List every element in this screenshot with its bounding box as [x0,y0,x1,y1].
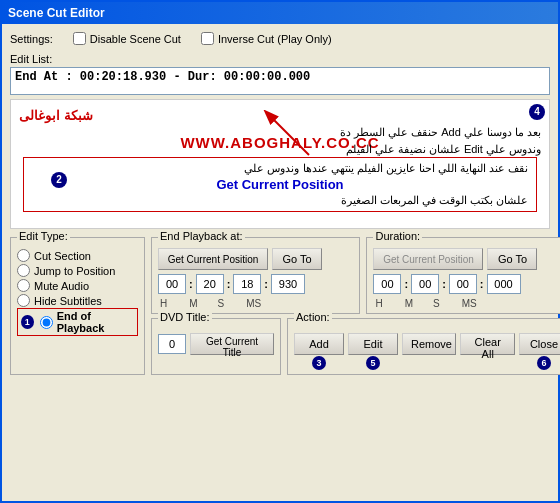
edit-list-box: End At : 00:20:18.930 - Dur: 00:00:00.00… [10,67,550,95]
end-playback-ms-label: MS [246,298,261,309]
duration-h-label: H [375,298,382,309]
end-playback-get-current-btn[interactable]: Get Current Position [158,248,268,270]
duration-ms-field[interactable] [487,274,521,294]
inverse-cut-checkbox[interactable] [201,32,214,45]
edit-list-content: End At : 00:20:18.930 - Dur: 00:00:00.00… [15,70,310,84]
svg-line-0 [269,115,309,155]
duration-get-current-btn[interactable]: Get Current Position [373,248,483,270]
dvd-title-value[interactable] [158,334,186,354]
radio-hide-subtitles[interactable]: Hide Subtitles [17,293,138,308]
duration-s-field[interactable] [449,274,477,294]
badge-6: 6 [537,356,551,370]
end-playback-h-field[interactable] [158,274,186,294]
clear-all-btn[interactable]: Clear All [460,333,514,355]
get-current-arabic2: علشان بكتب الوقت في المربعات الصغيرة [32,194,528,207]
radio-end-of-playback[interactable]: 1 End of Playback [17,308,138,336]
disable-scene-cut-checkbox[interactable] [73,32,86,45]
end-playback-go-to-btn[interactable]: Go To [272,248,322,270]
window-title: Scene Cut Editor [8,6,105,20]
arrow-text-line1: بعد ما دوسنا علي Add حنقف علي السطر دة [340,124,541,141]
arrow-text-line2: وندوس علي Edit علشان نضيفة علي الفيلم [340,141,541,158]
title-bar: Scene Cut Editor [2,2,558,24]
end-playback-s-label: S [218,298,225,309]
add-btn[interactable]: Add [294,333,344,355]
radio-mute-audio[interactable]: Mute Audio [17,278,138,293]
inverse-cut-label[interactable]: Inverse Cut (Play Only) [201,32,332,45]
dvd-title-label: DVD Title: [158,311,212,323]
remove-btn[interactable]: Remove [402,333,456,355]
end-playback-ms-field[interactable] [271,274,305,294]
end-playback-m-label: M [189,298,197,309]
get-current-arabic1: نقف عند النهاية اللي احنا عايزين الفيلم … [32,162,528,175]
get-current-box: نقف عند النهاية اللي احنا عايزين الفيلم … [23,157,537,212]
end-playback-h-label: H [160,298,167,309]
edit-type-label: Edit Type: [17,230,70,242]
duration-ms-label: MS [462,298,477,309]
end-playback-s-field[interactable] [233,274,261,294]
edit-btn[interactable]: Edit [348,333,398,355]
get-current-btn-label: Get Current Position [32,177,528,192]
action-label: Action: [294,311,332,323]
badge-4: 4 [529,104,545,120]
close-btn[interactable]: Close [519,333,560,355]
badge-5: 5 [366,356,380,370]
duration-go-to-btn[interactable]: Go To [487,248,537,270]
edit-list-label: Edit List: [10,53,550,65]
badge-3: 3 [312,356,326,370]
arrow-annotation: بعد ما دوسنا علي Add حنقف علي السطر دة و… [340,124,541,157]
network-name: شبكة ابوغالى [19,108,93,123]
settings-label: Settings: [10,33,53,45]
disable-scene-cut-label[interactable]: Disable Scene Cut [73,32,181,45]
duration-h-field[interactable] [373,274,401,294]
get-current-title-btn[interactable]: Get Current Title [190,333,274,355]
annotation-arrow [259,110,319,160]
scene-cut-editor-window: Scene Cut Editor Settings: Disable Scene… [0,0,560,503]
duration-m-field[interactable] [411,274,439,294]
end-playback-m-field[interactable] [196,274,224,294]
duration-label: Duration: [373,230,422,242]
radio-cut-section[interactable]: Cut Section [17,248,138,263]
duration-m-label: M [405,298,413,309]
duration-s-label: S [433,298,440,309]
badge-1: 1 [21,315,34,329]
radio-jump-to-position[interactable]: Jump to Position [17,263,138,278]
badge-2: 2 [51,172,67,188]
end-playback-label: End Playback at: [158,230,245,242]
